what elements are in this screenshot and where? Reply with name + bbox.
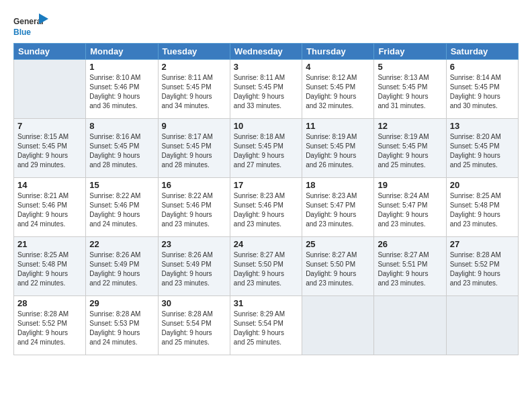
day-info: Sunrise: 8:22 AM Sunset: 5:46 PM Dayligh… [162,191,226,229]
day-number: 5 [378,62,442,72]
day-cell: 3Sunrise: 8:11 AM Sunset: 5:45 PM Daylig… [230,60,302,119]
day-cell [446,296,518,355]
day-info: Sunrise: 8:28 AM Sunset: 5:52 PM Dayligh… [450,250,515,288]
weekday-header-row: SundayMondayTuesdayWednesdayThursdayFrid… [14,44,519,60]
day-info: Sunrise: 8:26 AM Sunset: 5:49 PM Dayligh… [162,250,226,288]
day-number: 15 [89,180,154,190]
day-cell: 21Sunrise: 8:25 AM Sunset: 5:48 PM Dayli… [14,237,86,296]
day-number: 29 [89,298,154,308]
day-cell: 15Sunrise: 8:22 AM Sunset: 5:46 PM Dayli… [86,178,158,237]
day-number: 4 [306,62,370,72]
day-cell: 13Sunrise: 8:20 AM Sunset: 5:45 PM Dayli… [446,119,518,178]
day-info: Sunrise: 8:28 AM Sunset: 5:52 PM Dayligh… [17,310,82,347]
day-cell: 19Sunrise: 8:24 AM Sunset: 5:47 PM Dayli… [374,178,446,237]
day-number: 20 [450,180,515,190]
weekday-header-monday: Monday [86,44,158,60]
day-cell: 27Sunrise: 8:28 AM Sunset: 5:52 PM Dayli… [446,237,518,296]
day-number: 10 [234,121,298,131]
weekday-header-thursday: Thursday [302,44,374,60]
logo-symbol: General Blue [13,12,48,39]
logo-svg: General Blue [13,12,48,39]
day-cell [14,60,86,119]
day-number: 3 [234,62,298,72]
day-info: Sunrise: 8:19 AM Sunset: 5:45 PM Dayligh… [306,132,370,170]
weekday-header-sunday: Sunday [14,44,86,60]
day-cell: 22Sunrise: 8:26 AM Sunset: 5:49 PM Dayli… [86,237,158,296]
day-number: 24 [234,239,298,249]
day-number: 19 [378,180,442,190]
day-number: 25 [306,239,370,249]
day-info: Sunrise: 8:14 AM Sunset: 5:45 PM Dayligh… [450,73,515,111]
day-number: 23 [162,239,226,249]
day-cell: 30Sunrise: 8:28 AM Sunset: 5:54 PM Dayli… [158,296,230,355]
day-cell: 11Sunrise: 8:19 AM Sunset: 5:45 PM Dayli… [302,119,374,178]
day-info: Sunrise: 8:27 AM Sunset: 5:50 PM Dayligh… [306,250,370,288]
day-cell [302,296,374,355]
day-cell: 6Sunrise: 8:14 AM Sunset: 5:45 PM Daylig… [446,60,518,119]
day-cell [374,296,446,355]
day-info: Sunrise: 8:23 AM Sunset: 5:47 PM Dayligh… [306,191,370,229]
week-row-5: 28Sunrise: 8:28 AM Sunset: 5:52 PM Dayli… [14,296,519,355]
day-cell: 16Sunrise: 8:22 AM Sunset: 5:46 PM Dayli… [158,178,230,237]
day-info: Sunrise: 8:26 AM Sunset: 5:49 PM Dayligh… [89,250,154,288]
day-number: 18 [306,180,370,190]
day-cell: 23Sunrise: 8:26 AM Sunset: 5:49 PM Dayli… [158,237,230,296]
day-number: 26 [378,239,442,249]
day-info: Sunrise: 8:11 AM Sunset: 5:45 PM Dayligh… [234,73,298,111]
day-number: 27 [450,239,515,249]
day-cell: 31Sunrise: 8:29 AM Sunset: 5:54 PM Dayli… [230,296,302,355]
day-number: 8 [89,121,154,131]
day-number: 12 [378,121,442,131]
day-cell: 10Sunrise: 8:18 AM Sunset: 5:45 PM Dayli… [230,119,302,178]
day-number: 11 [306,121,370,131]
day-cell: 25Sunrise: 8:27 AM Sunset: 5:50 PM Dayli… [302,237,374,296]
day-number: 21 [17,239,82,249]
day-number: 14 [17,180,82,190]
day-info: Sunrise: 8:28 AM Sunset: 5:54 PM Dayligh… [162,310,226,347]
day-number: 17 [234,180,298,190]
svg-text:General: General [13,17,44,26]
day-number: 31 [234,298,298,308]
day-cell: 20Sunrise: 8:25 AM Sunset: 5:48 PM Dayli… [446,178,518,237]
day-info: Sunrise: 8:24 AM Sunset: 5:47 PM Dayligh… [378,191,442,229]
calendar-table: SundayMondayTuesdayWednesdayThursdayFrid… [13,43,519,355]
day-info: Sunrise: 8:13 AM Sunset: 5:45 PM Dayligh… [378,73,442,111]
week-row-3: 14Sunrise: 8:21 AM Sunset: 5:46 PM Dayli… [14,178,519,237]
day-info: Sunrise: 8:11 AM Sunset: 5:45 PM Dayligh… [162,73,226,111]
day-info: Sunrise: 8:23 AM Sunset: 5:46 PM Dayligh… [234,191,298,229]
day-info: Sunrise: 8:29 AM Sunset: 5:54 PM Dayligh… [234,310,298,347]
day-cell: 5Sunrise: 8:13 AM Sunset: 5:45 PM Daylig… [374,60,446,119]
day-number: 22 [89,239,154,249]
page: General Blue SundayMondayTuesdayWednesda… [0,0,532,411]
day-cell: 8Sunrise: 8:16 AM Sunset: 5:45 PM Daylig… [86,119,158,178]
day-number: 13 [450,121,515,131]
header: General Blue [13,12,519,39]
day-info: Sunrise: 8:27 AM Sunset: 5:51 PM Dayligh… [378,250,442,288]
day-cell: 4Sunrise: 8:12 AM Sunset: 5:45 PM Daylig… [302,60,374,119]
day-cell: 7Sunrise: 8:15 AM Sunset: 5:45 PM Daylig… [14,119,86,178]
day-cell: 17Sunrise: 8:23 AM Sunset: 5:46 PM Dayli… [230,178,302,237]
day-cell: 26Sunrise: 8:27 AM Sunset: 5:51 PM Dayli… [374,237,446,296]
day-cell: 9Sunrise: 8:17 AM Sunset: 5:45 PM Daylig… [158,119,230,178]
day-info: Sunrise: 8:15 AM Sunset: 5:45 PM Dayligh… [17,132,82,170]
logo: General Blue [13,12,48,39]
weekday-header-saturday: Saturday [446,44,518,60]
day-cell: 29Sunrise: 8:28 AM Sunset: 5:53 PM Dayli… [86,296,158,355]
day-info: Sunrise: 8:25 AM Sunset: 5:48 PM Dayligh… [17,250,82,288]
day-info: Sunrise: 8:22 AM Sunset: 5:46 PM Dayligh… [89,191,154,229]
day-cell: 12Sunrise: 8:19 AM Sunset: 5:45 PM Dayli… [374,119,446,178]
day-cell: 14Sunrise: 8:21 AM Sunset: 5:46 PM Dayli… [14,178,86,237]
day-cell: 18Sunrise: 8:23 AM Sunset: 5:47 PM Dayli… [302,178,374,237]
day-cell: 24Sunrise: 8:27 AM Sunset: 5:50 PM Dayli… [230,237,302,296]
day-info: Sunrise: 8:28 AM Sunset: 5:53 PM Dayligh… [89,310,154,347]
day-number: 28 [17,298,82,308]
week-row-4: 21Sunrise: 8:25 AM Sunset: 5:48 PM Dayli… [14,237,519,296]
day-number: 1 [89,62,154,72]
day-info: Sunrise: 8:17 AM Sunset: 5:45 PM Dayligh… [162,132,226,170]
day-number: 7 [17,121,82,131]
day-number: 2 [162,62,226,72]
day-info: Sunrise: 8:21 AM Sunset: 5:46 PM Dayligh… [17,191,82,229]
day-info: Sunrise: 8:20 AM Sunset: 5:45 PM Dayligh… [450,132,515,170]
svg-marker-1 [39,13,48,24]
day-number: 16 [162,180,226,190]
